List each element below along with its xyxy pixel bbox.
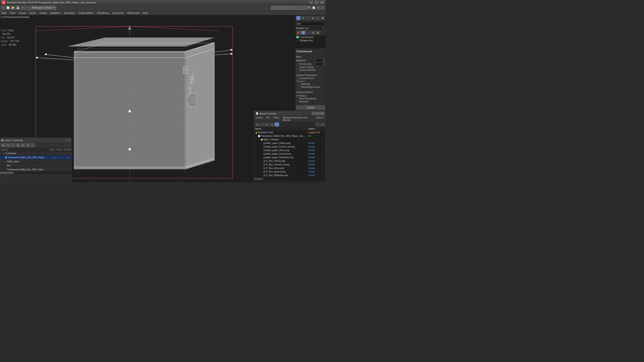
mod-pin-btn[interactable]: 📌 xyxy=(296,31,300,35)
layers-tb-movedown[interactable]: ⬇ xyxy=(20,143,25,147)
minimize-button[interactable]: — xyxy=(310,1,313,4)
asset-row-0[interactable]: 🔒Autodesk VaultLogged Out xyxy=(254,131,325,134)
search-help-btn[interactable]: ? xyxy=(321,6,325,10)
when-rendering-radio[interactable]: When Rendering xyxy=(296,97,325,100)
asset-row-2[interactable]: 📁Maps / Shaders xyxy=(254,138,325,141)
search-submit-btn[interactable]: 🔍 xyxy=(307,6,311,10)
search-option2-btn[interactable]: ⚙ xyxy=(316,6,320,10)
menu-item-maxscript[interactable]: MAXScript xyxy=(126,11,141,15)
asset-row-12[interactable]: 🖼Tr_Box_Reflection.pngFound xyxy=(254,174,325,177)
asset-tb-btn2[interactable]: ≡ xyxy=(260,122,264,126)
panel-tab-motion[interactable]: ▶ xyxy=(310,16,315,20)
panel-tab-modify[interactable]: 🔧 xyxy=(301,16,306,20)
layer-row-1[interactable]: Transparent_Ballot_Box_With_Paper — — — xyxy=(0,156,71,160)
asset-row-9[interactable]: 🖼Tr_Box_Fresnel_ior.pngFound xyxy=(254,163,325,166)
layers-tb-list[interactable]: ☰ xyxy=(16,143,20,147)
materials-check[interactable] xyxy=(298,83,300,85)
search-option1-btn[interactable]: 📑 xyxy=(312,6,316,10)
asset-tb-btn5[interactable]: ▪ xyxy=(274,122,279,126)
open-btn[interactable]: 📂 xyxy=(11,5,15,10)
asset-maximize-btn[interactable]: □ xyxy=(316,112,320,115)
mod-trash-btn[interactable]: 🗑 xyxy=(316,31,320,35)
menu-item-graph-editors[interactable]: Graph Editors xyxy=(77,11,96,15)
layers-tb-moveup[interactable]: ⬆ xyxy=(26,143,30,147)
layer-row-4[interactable]: Transparent_Ballot_Box_With_Paper xyxy=(0,168,71,172)
panel-tab-create[interactable]: ✦ xyxy=(296,16,300,20)
isoline-check[interactable] xyxy=(296,66,299,68)
layers-tb-delete[interactable]: ✕ xyxy=(6,143,10,147)
new-btn[interactable]: 📄 xyxy=(6,5,10,10)
menu-item-tools[interactable]: Tools xyxy=(8,11,17,15)
save-btn[interactable]: 💾 xyxy=(16,5,20,10)
layers-scrollbar-h[interactable] xyxy=(0,172,71,174)
redo-btn[interactable]: ↪ xyxy=(26,5,30,10)
smooth-result-check[interactable] xyxy=(296,77,299,79)
mod-settings-btn[interactable]: ⚙ xyxy=(311,31,315,35)
render-iters-check[interactable] xyxy=(296,63,299,65)
app-logo-btn[interactable]: 3 xyxy=(1,5,5,10)
manually-dot[interactable] xyxy=(296,100,298,103)
modifier-turbosmooth[interactable]: ● TurboSmooth xyxy=(296,35,326,39)
asset-close-btn[interactable]: ✕ xyxy=(320,112,324,115)
menu-item-customize[interactable]: Customize xyxy=(110,11,126,15)
mod-show-btn[interactable]: · xyxy=(306,31,310,35)
iterations-input[interactable] xyxy=(316,59,325,62)
render-iters-checkbox[interactable]: Render Iters: xyxy=(296,63,312,65)
smoothing-check[interactable] xyxy=(298,86,300,88)
asset-menu-server[interactable]: Server xyxy=(254,116,264,122)
asset-row-1[interactable]: 📄Transparent_Ballot_Box_With_Paper_max_v… xyxy=(254,134,325,138)
layer-render-1[interactable]: — xyxy=(64,156,71,159)
update-button[interactable]: Update xyxy=(296,105,325,109)
layers-tb-swap[interactable]: ↕ xyxy=(30,143,35,147)
menu-item-rendering[interactable]: Rendering xyxy=(96,11,110,15)
render-iters-input[interactable] xyxy=(316,62,325,65)
asset-tb-btn4[interactable]: ■ xyxy=(270,122,274,126)
materials-row[interactable]: Materials xyxy=(298,83,325,86)
layer-row-0[interactable]: ▼ 0 (default) xyxy=(0,151,71,156)
always-dot[interactable] xyxy=(296,95,298,97)
panel-tab-display[interactable]: ◎ xyxy=(316,16,320,20)
asset-tb-btn3[interactable]: ⊟ xyxy=(265,122,269,126)
menu-item-group[interactable]: Group xyxy=(17,11,28,15)
mod-list-btn[interactable]: ≡ xyxy=(301,31,306,35)
menu-item-help[interactable]: Help xyxy=(141,11,150,15)
explicit-check[interactable] xyxy=(296,69,299,71)
menu-item-create[interactable]: Create xyxy=(38,11,48,15)
always-radio[interactable]: Always xyxy=(296,94,325,97)
explicit-row[interactable]: Explicit Normals xyxy=(296,69,325,71)
asset-row-5[interactable]: 🖼ballot_paper_Gloss.pngFound xyxy=(254,149,325,152)
asset-row-8[interactable]: 🖼Tr_Box_Diffuse.pngFound xyxy=(254,159,325,163)
layer-hide-1[interactable]: — xyxy=(51,156,58,159)
manually-radio[interactable]: Manually xyxy=(296,100,325,103)
panel-tab-utilities[interactable]: 🔩 xyxy=(320,16,325,20)
menu-item-edit[interactable]: Edit xyxy=(0,11,8,15)
isoline-row[interactable]: Isoline Display xyxy=(296,66,325,69)
search-input[interactable] xyxy=(271,6,307,10)
layers-tb-add[interactable]: + xyxy=(11,143,15,147)
workspace-selector[interactable]: Workspace: Default ▼ xyxy=(30,6,56,10)
layer-row-2[interactable]: ballot_paper xyxy=(0,160,71,164)
asset-menu-paths[interactable]: Paths xyxy=(272,116,281,122)
layer-freeze-1[interactable]: — xyxy=(58,156,64,159)
layers-close-btn[interactable]: ✕ xyxy=(68,139,70,142)
asset-menu-bitmap[interactable]: Bitmap Performance and Memory xyxy=(281,116,314,122)
asset-tb-help[interactable]: ? xyxy=(315,122,320,126)
layers-tb-select[interactable]: ■ xyxy=(1,143,5,147)
asset-row-6[interactable]: 🖼ballot_paper_Normal.pngFound xyxy=(254,152,325,156)
layers-minimize-btn[interactable]: ? xyxy=(66,139,67,142)
asset-row-3[interactable]: 🖼ballot_paper_Diffuse.pngFound xyxy=(254,141,325,145)
smooth-result-row[interactable]: Smooth Result xyxy=(296,77,325,80)
undo-btn[interactable]: ↩ xyxy=(20,5,25,10)
asset-tb-refresh[interactable]: ↺ xyxy=(320,122,325,126)
panel-tab-hierarchy[interactable]: ⬡ xyxy=(306,16,310,20)
menu-item-modifiers[interactable]: Modifiers xyxy=(48,11,62,15)
asset-minimize-btn[interactable]: — xyxy=(312,112,316,115)
asset-row-4[interactable]: 🖼ballot_paper_Fresnel_ior.pngFound xyxy=(254,145,325,149)
asset-scrollbar-h[interactable] xyxy=(254,178,325,180)
asset-row-11[interactable]: 🖼Tr_Box_Normal.pngFound xyxy=(254,170,325,174)
menu-item-animation[interactable]: Animation xyxy=(62,11,77,15)
asset-row-10[interactable]: 🖼Tr_Box_Gloss.pngFound xyxy=(254,166,325,170)
object-name-field[interactable] xyxy=(296,22,325,26)
modifier-editable-poly[interactable]: ✓ Editable Poly xyxy=(296,39,326,42)
maximize-button[interactable]: □ xyxy=(315,1,318,4)
